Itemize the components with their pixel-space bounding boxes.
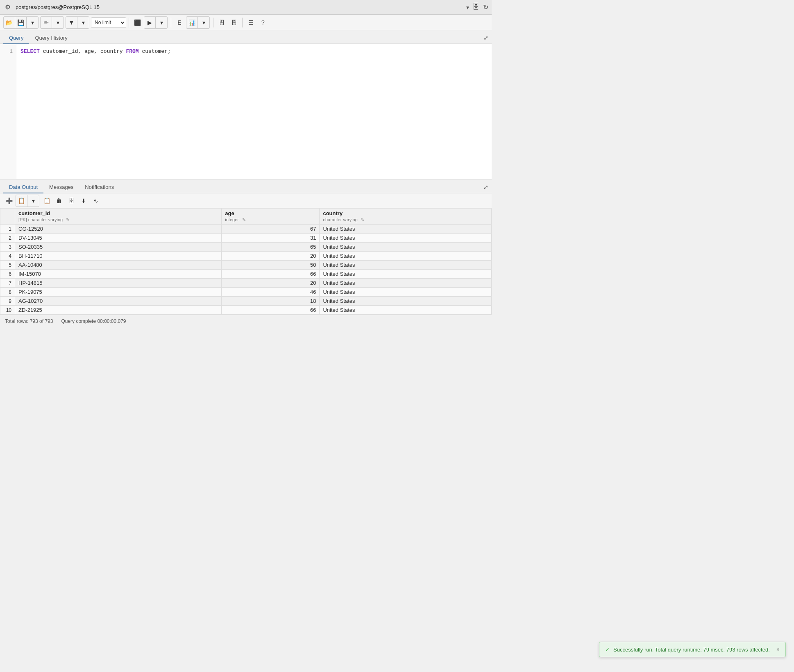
cell-country[interactable]: United States xyxy=(320,234,492,243)
cell-age[interactable]: 50 xyxy=(222,261,320,270)
copy-button[interactable]: 📋 xyxy=(16,195,27,207)
edit-col-country-icon[interactable]: ✎ xyxy=(361,217,364,222)
expand-output-icon[interactable]: ⤢ xyxy=(483,184,488,191)
file-btn-group: 📂 💾 ▾ xyxy=(3,16,39,29)
cell-age[interactable]: 65 xyxy=(222,243,320,252)
edit-col-age-icon[interactable]: ✎ xyxy=(242,217,246,222)
cell-customer-id[interactable]: IM-15070 xyxy=(15,270,222,279)
cell-country[interactable]: United States xyxy=(320,261,492,270)
filter-dropdown-button[interactable]: ▾ xyxy=(77,17,89,28)
cell-customer-id[interactable]: DV-13045 xyxy=(15,234,222,243)
cell-age[interactable]: 20 xyxy=(222,252,320,261)
cell-age[interactable]: 18 xyxy=(222,297,320,306)
database-icon[interactable]: 🗄 xyxy=(472,3,480,11)
cell-country[interactable]: United States xyxy=(320,297,492,306)
toolbar-separator xyxy=(129,18,129,27)
cell-age[interactable]: 67 xyxy=(222,225,320,234)
editor-content[interactable]: SELECT customer_id, age, country FROM cu… xyxy=(16,44,492,179)
help-button[interactable]: ? xyxy=(257,17,269,28)
row-number: 10 xyxy=(0,306,15,315)
commit-button[interactable]: 🗄 xyxy=(216,17,227,28)
col-name-customer-id: customer_id xyxy=(18,210,218,216)
cell-customer-id[interactable]: AA-10480 xyxy=(15,261,222,270)
save-dropdown-button[interactable]: ▾ xyxy=(27,17,38,28)
output-toolbar: ➕ 📋 ▾ 📋 🗑 🗄 ⬇ ∿ xyxy=(0,193,492,208)
chart-button[interactable]: ∿ xyxy=(90,195,102,207)
cell-customer-id[interactable]: ZD-21925 xyxy=(15,306,222,315)
col-header-country[interactable]: country character varying ✎ xyxy=(320,209,492,225)
edit-dropdown-button[interactable]: ▾ xyxy=(52,17,64,28)
rollback-button[interactable]: 🗄 xyxy=(228,17,240,28)
row-number: 3 xyxy=(0,243,15,252)
table-row: 4 BH-11710 20 United States xyxy=(0,252,492,261)
edit-col-customer-id-icon[interactable]: ✎ xyxy=(66,217,70,222)
cell-age[interactable]: 46 xyxy=(222,288,320,297)
refresh-icon[interactable]: ↻ xyxy=(483,3,488,11)
tab-messages[interactable]: Messages xyxy=(43,182,79,193)
cell-customer-id[interactable]: CG-12520 xyxy=(15,225,222,234)
run-dropdown-button[interactable]: ▾ xyxy=(156,17,167,28)
edit-button[interactable]: ✏ xyxy=(41,17,52,28)
editor-area: 1 SELECT customer_id, age, country FROM … xyxy=(0,44,492,179)
status-bar: Total rows: 793 of 793 Query complete 00… xyxy=(0,315,492,327)
explain-analyze-button[interactable]: 📊 xyxy=(186,17,198,28)
cell-age[interactable]: 66 xyxy=(222,306,320,315)
delete-row-button[interactable]: 🗑 xyxy=(53,195,65,207)
connection-bar: ⚙ postgres/postgres@PostgreSQL 15 ▾ 🗄 ↻ xyxy=(0,0,492,15)
col-header-age[interactable]: age integer ✎ xyxy=(222,209,320,225)
filter-button[interactable]: ▼ xyxy=(66,17,77,28)
paste-button[interactable]: 📋 xyxy=(41,195,52,207)
col-name-age: age xyxy=(225,210,316,216)
run-button[interactable]: ▶ xyxy=(144,17,156,28)
cell-customer-id[interactable]: BH-11710 xyxy=(15,252,222,261)
download-button[interactable]: ⬇ xyxy=(78,195,89,207)
cell-country[interactable]: United States xyxy=(320,306,492,315)
row-number: 6 xyxy=(0,270,15,279)
cell-customer-id[interactable]: AG-10270 xyxy=(15,297,222,306)
tab-query[interactable]: Query xyxy=(3,32,29,44)
save-button[interactable]: 💾 xyxy=(15,17,27,28)
data-table: customer_id [PK] character varying ✎ age… xyxy=(0,208,492,315)
explain-button[interactable]: E xyxy=(174,17,185,28)
expand-editor-icon[interactable]: ⤢ xyxy=(483,34,488,41)
cell-country[interactable]: United States xyxy=(320,270,492,279)
run-btn-group: ▶ ▾ xyxy=(144,16,168,29)
col-type-country: character varying xyxy=(323,217,357,222)
cell-country[interactable]: United States xyxy=(320,225,492,234)
cell-country[interactable]: United States xyxy=(320,243,492,252)
col-type-age: integer xyxy=(225,217,239,222)
toolbar-sep4 xyxy=(242,18,243,27)
open-file-button[interactable]: 📂 xyxy=(4,17,15,28)
copy-btn-group: 📋 ▾ xyxy=(16,195,39,207)
cell-age[interactable]: 31 xyxy=(222,234,320,243)
cell-customer-id[interactable]: SO-20335 xyxy=(15,243,222,252)
cell-country[interactable]: United States xyxy=(320,252,492,261)
tab-query-history[interactable]: Query History xyxy=(29,32,73,44)
table-row: 2 DV-13045 31 United States xyxy=(0,234,492,243)
stop-button[interactable]: ⬛ xyxy=(132,17,143,28)
macro-button[interactable]: ☰ xyxy=(245,17,256,28)
save-data-button[interactable]: 🗄 xyxy=(66,195,77,207)
cell-age[interactable]: 66 xyxy=(222,270,320,279)
limit-select[interactable]: No limit 100 rows 500 rows 1000 rows xyxy=(91,17,126,28)
toolbar-sep3 xyxy=(213,18,213,27)
tab-notifications[interactable]: Notifications xyxy=(79,182,120,193)
main-toolbar: 📂 💾 ▾ ✏ ▾ ▼ ▾ No limit 100 rows 500 rows… xyxy=(0,15,492,30)
cell-customer-id[interactable]: PK-19075 xyxy=(15,288,222,297)
copy-dropdown-button[interactable]: ▾ xyxy=(27,195,39,207)
query-tabs: Query Query History ⤢ xyxy=(0,30,492,44)
cell-country[interactable]: United States xyxy=(320,279,492,288)
row-number: 8 xyxy=(0,288,15,297)
cell-customer-id[interactable]: HP-14815 xyxy=(15,279,222,288)
total-rows-status: Total rows: 793 of 793 xyxy=(5,318,53,324)
explain-dropdown-button[interactable]: ▾ xyxy=(198,17,209,28)
cell-age[interactable]: 20 xyxy=(222,279,320,288)
tab-data-output[interactable]: Data Output xyxy=(3,182,43,193)
cell-country[interactable]: United States xyxy=(320,288,492,297)
connection-dropdown-icon[interactable]: ▾ xyxy=(466,4,469,11)
edit-btn-group: ✏ ▾ xyxy=(40,16,64,29)
sql-table: customer; xyxy=(142,48,171,54)
col-header-customer-id[interactable]: customer_id [PK] character varying ✎ xyxy=(15,209,222,225)
row-number: 9 xyxy=(0,297,15,306)
add-row-button[interactable]: ➕ xyxy=(3,195,15,207)
